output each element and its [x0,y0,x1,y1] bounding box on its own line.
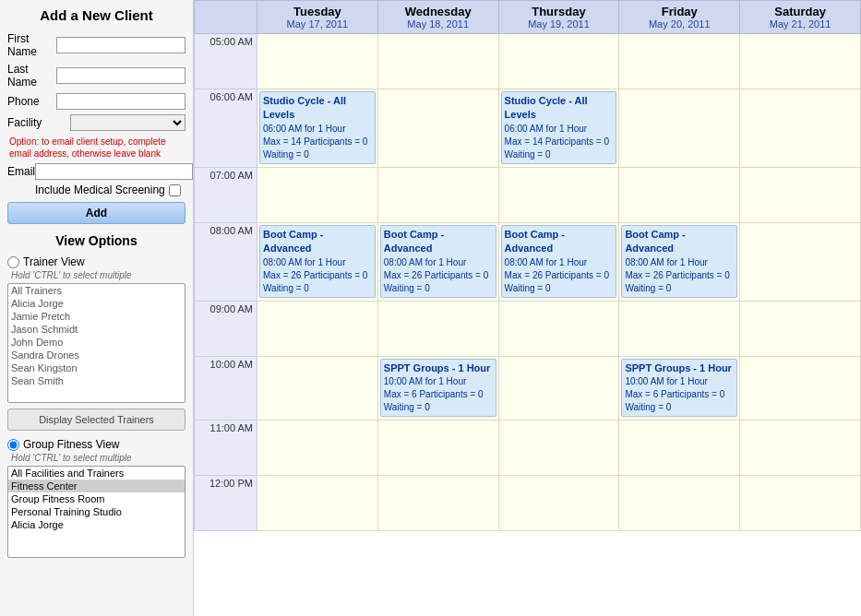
time-row: 06:00 AMStudio Cycle - All Levels06:00 A… [195,89,861,168]
time-row: 08:00 AMBoot Camp - Advanced08:00 AM for… [195,222,861,301]
day-header: SaturdayMay 21, 2011 [740,1,861,34]
calendar-cell[interactable] [257,475,378,530]
first-name-label: First Name [7,32,56,58]
day-header: FridayMay 20, 2011 [619,1,740,34]
group-fitness-label: Group Fitness View [23,438,120,451]
last-name-input[interactable] [56,67,185,84]
display-selected-trainers-button[interactable]: Display Selected Trainers [7,409,185,431]
first-name-row: First Name [7,32,185,58]
calendar-cell[interactable] [498,356,619,420]
calendar-cell[interactable]: Boot Camp - Advanced08:00 AM for 1 HourM… [377,222,498,301]
day-header: WednesdayMay 18, 2011 [377,1,498,34]
trainer-listbox[interactable]: All TrainersAlicia JorgeJamie PretchJaso… [7,283,185,403]
calendar-cell[interactable] [257,34,378,89]
event-block[interactable]: SPPT Groups - 1 Hour10:00 AM for 1 HourM… [621,359,737,417]
screening-checkbox[interactable] [169,184,181,196]
calendar-cell[interactable]: Boot Camp - Advanced08:00 AM for 1 HourM… [257,222,378,301]
calendar-cell[interactable] [619,301,740,356]
event-block[interactable]: Studio Cycle - All Levels06:00 AM for 1 … [501,91,617,164]
trainer-view-radio-row: Trainer View [7,255,185,268]
calendar-cell[interactable]: Boot Camp - Advanced08:00 AM for 1 HourM… [498,222,619,301]
calendar-cell[interactable] [498,420,619,475]
calendar-cell[interactable]: Boot Camp - Advanced08:00 AM for 1 HourM… [619,222,740,301]
time-label: 09:00 AM [195,301,257,356]
calendar-cell[interactable] [377,475,498,530]
calendar-cell[interactable] [740,167,861,222]
calendar-cell[interactable]: Studio Cycle - All Levels06:00 AM for 1 … [498,89,619,168]
facility-listbox[interactable]: All Facilities and TrainersFitness Cente… [7,466,185,558]
facility-label: Facility [7,116,70,129]
last-name-row: Last Name [7,63,185,89]
calendar-cell[interactable] [257,356,378,420]
time-row: 12:00 PM [195,475,861,530]
calendar-cell[interactable] [377,34,498,89]
email-row: Email [7,163,185,180]
time-row: 09:00 AM [195,301,861,356]
view-options-title: View Options [7,233,185,248]
trainer-view-radio[interactable] [7,256,19,268]
trainer-view-label: Trainer View [23,255,85,268]
calendar-cell[interactable] [740,89,861,168]
calendar-cell[interactable] [619,420,740,475]
calendar-cell[interactable]: SPPT Groups - 1 Hour10:00 AM for 1 HourM… [619,356,740,420]
phone-input[interactable] [56,93,185,110]
trainer-hint: Hold 'CTRL' to select multiple [7,270,185,280]
time-label: 06:00 AM [195,89,257,168]
time-label: 08:00 AM [195,222,257,301]
calendar-cell[interactable] [377,420,498,475]
calendar-cell[interactable]: Studio Cycle - All Levels06:00 AM for 1 … [257,89,378,168]
time-row: 11:00 AM [195,420,861,475]
event-block[interactable]: Boot Camp - Advanced08:00 AM for 1 HourM… [259,225,376,298]
calendar-cell[interactable] [498,167,619,222]
group-fitness-hint: Hold 'CTRL' to select multiple [7,453,185,463]
add-button[interactable]: Add [7,202,185,224]
calendar-cell[interactable] [498,475,619,530]
event-block[interactable]: Boot Camp - Advanced08:00 AM for 1 HourM… [621,225,737,298]
time-label: 05:00 AM [195,34,257,89]
calendar-cell[interactable] [619,167,740,222]
calendar-cell[interactable] [498,301,619,356]
calendar-cell[interactable] [257,420,378,475]
calendar-cell[interactable] [740,356,861,420]
calendar-cell[interactable] [377,167,498,222]
event-block[interactable]: Boot Camp - Advanced08:00 AM for 1 HourM… [380,225,496,298]
last-name-label: Last Name [7,63,56,89]
calendar-cell[interactable] [740,34,861,89]
calendar-cell[interactable] [740,222,861,301]
email-note: Option: to email client setup, complete … [7,136,185,160]
phone-label: Phone [7,95,56,108]
calendar-cell[interactable] [619,89,740,168]
calendar-cell[interactable] [377,301,498,356]
calendar-table: TuesdayMay 17, 2011WednesdayMay 18, 2011… [194,0,861,531]
calendar-panel: TuesdayMay 17, 2011WednesdayMay 18, 2011… [194,0,861,616]
phone-row: Phone [7,93,185,110]
screening-row: Include Medical Screening [7,184,185,196]
time-row: 05:00 AM [195,34,861,89]
calendar-cell[interactable] [619,475,740,530]
email-input[interactable] [35,163,193,180]
first-name-input[interactable] [56,37,185,53]
calendar-cell[interactable] [257,167,378,222]
facility-select[interactable] [70,114,185,131]
time-row: 07:00 AM [195,167,861,222]
event-block[interactable]: Studio Cycle - All Levels06:00 AM for 1 … [259,91,376,164]
time-label: 12:00 PM [195,475,257,530]
form-title: Add a New Client [7,7,185,23]
calendar-cell[interactable] [257,301,378,356]
day-header: TuesdayMay 17, 2011 [257,1,378,34]
email-label: Email [7,165,35,178]
calendar-cell[interactable] [498,34,619,89]
calendar-cell[interactable] [740,475,861,530]
calendar-cell[interactable] [377,89,498,168]
day-header: ThursdayMay 19, 2011 [498,1,619,34]
group-fitness-radio[interactable] [7,439,19,451]
calendar-cell[interactable] [740,420,861,475]
calendar-cell[interactable]: SPPT Groups - 1 Hour10:00 AM for 1 HourM… [377,356,498,420]
calendar-cell[interactable] [740,301,861,356]
event-block[interactable]: SPPT Groups - 1 Hour10:00 AM for 1 HourM… [380,359,496,417]
group-fitness-section: Group Fitness View Hold 'CTRL' to select… [7,438,185,558]
calendar-cell[interactable] [619,34,740,89]
group-fitness-radio-row: Group Fitness View [7,438,185,451]
event-block[interactable]: Boot Camp - Advanced08:00 AM for 1 HourM… [501,225,617,298]
left-panel: Add a New Client First Name Last Name Ph… [0,0,194,616]
